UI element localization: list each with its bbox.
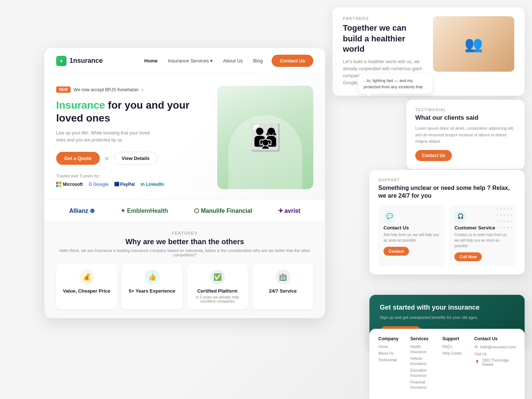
features-label: FEATURES (56, 231, 313, 235)
microsoft-grid-icon (56, 182, 61, 187)
hero-title-highlight: Insurance (56, 99, 105, 111)
features-desc: Hello there, we are Insurance a leading … (56, 248, 313, 257)
footer-contact-title: Contact Us (474, 336, 516, 341)
feature-experience-title: 5+ Years Experience (127, 288, 177, 294)
contact-us-nav-button[interactable]: Contact Us (272, 55, 313, 67)
support-contact-button[interactable]: Contact (383, 247, 409, 256)
arrow-icon: › (141, 87, 143, 92)
certified-icon: ✅ (210, 270, 225, 284)
contact-us-icon: 💬 (383, 210, 395, 222)
footer-services-col: Services Health Insurance Vehicle Insura… (410, 336, 437, 392)
features-section: FEATURES Why are we better than the othe… (44, 222, 325, 318)
footer-services-title: Services (410, 336, 437, 341)
email-icon: ✈ (474, 344, 478, 349)
footer-help-center[interactable]: Help Center (442, 351, 468, 356)
support-customer-service-option: 🎧 Customer Service Contact us to seek he… (449, 205, 516, 266)
hero-subtitle: Live up your life!, While knowing that y… (56, 130, 160, 144)
view-details-button[interactable]: View Details (114, 152, 157, 165)
footer-financial-insurance[interactable]: Financial Insurance (410, 380, 437, 390)
footer-support-title: Support (442, 336, 468, 341)
main-card: + 1nsurance Home Insurance Services ▾ Ab… (44, 48, 325, 318)
allianz-logo: Allianz ⊕ (69, 207, 95, 214)
nav-home[interactable]: Home (144, 58, 158, 64)
footer-vehicle-insurance[interactable]: Vehicle Insurance (410, 356, 437, 366)
feature-certified-subtitle: In 5 years we already help countless com… (193, 295, 242, 303)
footer-company-about[interactable]: About Us (378, 351, 405, 356)
support-contact-text: Ask help from us, we will help you as so… (383, 232, 440, 243)
footer-visit-label: Visit Us (474, 352, 516, 357)
chat-bubble-text: ...to, lighting fast — and my protected … (364, 78, 423, 89)
support-card: SUPPORT Something unclear or need some h… (369, 170, 525, 274)
new-badge: NEW We now accept BPJS Kesehatan › (56, 86, 143, 93)
footer-faq[interactable]: FAQ's (442, 344, 468, 349)
new-tag: NEW (56, 86, 71, 93)
hero-right: 👨‍👩‍👧 (217, 86, 313, 189)
logo-text: 1nsurance (69, 57, 103, 65)
google-logo: G Google (89, 182, 109, 187)
feature-card-value: 💰 Value, Cheaper Price (56, 264, 117, 309)
testimonial-title: What our clients said (415, 114, 516, 122)
hero-image: 👨‍👩‍👧 (217, 86, 313, 189)
features-title: Why are we better than the others (56, 238, 313, 246)
partners-image: 👥 (433, 16, 514, 72)
footer-address-text: 1901 Thornridge Hawaii (482, 358, 516, 366)
partners-image-inner: 👥 (433, 16, 514, 72)
trusted-text: Trusted over 5 years by: (56, 174, 210, 178)
footer-grid: Company Home About Us Testimonial Servic… (378, 336, 516, 392)
footer-support-col: Support FAQ's Help Center (442, 336, 468, 392)
partners-strip: Allianz ⊕ ✦ EmblemHealth ⬡ Manulife Fina… (44, 200, 325, 222)
new-badge-text: We now accept BPJS Kesehatan (74, 87, 139, 92)
testimonial-text: Lorem ipsum dolor sit amet, consectetur … (415, 125, 516, 145)
logo: + 1nsurance (56, 56, 103, 66)
feature-card-service: 🏥 24/7 Service (252, 264, 313, 309)
emblemhealth-logo: ✦ EmblemHealth (120, 207, 168, 214)
get-quote-hero-button[interactable]: Get a Quote (56, 152, 100, 165)
hero-left: NEW We now accept BPJS Kesehatan › Insur… (56, 86, 217, 189)
nav-insurance[interactable]: Insurance Services ▾ (168, 58, 213, 64)
footer-company-col: Company Home About Us Testimonial (378, 336, 405, 392)
hero-section: NEW We now accept BPJS Kesehatan › Insur… (44, 74, 325, 200)
microsoft-logo: Microsoft (56, 182, 83, 187)
footer-card: Company Home About Us Testimonial Servic… (369, 329, 525, 399)
value-icon: 💰 (79, 270, 94, 284)
support-call-button[interactable]: Call Now (454, 252, 482, 261)
avrist-logo: ✈ avrist (278, 207, 300, 214)
navbar: + 1nsurance Home Insurance Services ▾ Ab… (44, 48, 325, 74)
testimonial-label: TESTIMONIAL (415, 108, 516, 112)
feature-value-title: Value, Cheaper Price (62, 288, 111, 294)
experience-icon: 👍 (145, 270, 160, 284)
feature-certified-title: Certified Platform (193, 288, 242, 294)
hero-title: Insurance for you and your loved ones (56, 99, 210, 125)
testimonial-card: TESTIMONIAL What our clients said Lorem … (406, 100, 525, 169)
footer-address: 📍 1901 Thornridge Hawaii (474, 358, 516, 366)
footer-education-insurance[interactable]: Education Insurance (410, 368, 437, 378)
footer-email-text: hello@insurance.com (480, 345, 516, 349)
chat-bubble: ...to, lighting fast — and my protected … (358, 74, 432, 93)
partners-label: PARTNERS (343, 16, 426, 21)
cta-subtitle: Sign up and get unexpected benefits for … (380, 314, 514, 321)
paypal-logo: 🅿 PayPal (115, 182, 135, 187)
support-options: 💬 Contact Us Ask help from us, we will h… (378, 205, 516, 266)
support-contact-title: Contact Us (383, 225, 440, 231)
customer-service-icon: 🎧 (454, 210, 466, 222)
footer-company-home[interactable]: Home (378, 344, 405, 349)
hero-or-text: or (105, 156, 109, 161)
feature-card-experience: 👍 5+ Years Experience (122, 264, 183, 309)
footer-health-insurance[interactable]: Health Insurance (410, 344, 437, 355)
feature-service-title: 24/7 Service (258, 288, 307, 294)
support-label: SUPPORT (378, 178, 516, 182)
testimonial-contact-button[interactable]: Contact Us (415, 150, 452, 161)
nav-links: Home Insurance Services ▾ About Us Blog (144, 58, 263, 64)
family-icon: 👨‍👩‍👧 (249, 122, 282, 153)
hero-buttons: Get a Quote or View Details (56, 152, 210, 165)
support-title: Something unclear or need some help ? Re… (378, 184, 516, 200)
features-grid: 💰 Value, Cheaper Price 👍 5+ Years Experi… (56, 264, 313, 309)
nav-about[interactable]: About Us (223, 58, 243, 64)
footer-contact-col: Contact Us ✈ hello@insurance.com Visit U… (474, 336, 516, 392)
partners-title: Together we can build a healthier world (343, 23, 426, 55)
cta-title: Get started with your insurance (380, 304, 514, 311)
footer-company-testimonial[interactable]: Testimonial (378, 358, 405, 363)
nav-blog[interactable]: Blog (253, 58, 263, 64)
linkedin-logo: in LinkedIn (141, 182, 164, 187)
dots-pattern (494, 205, 516, 235)
